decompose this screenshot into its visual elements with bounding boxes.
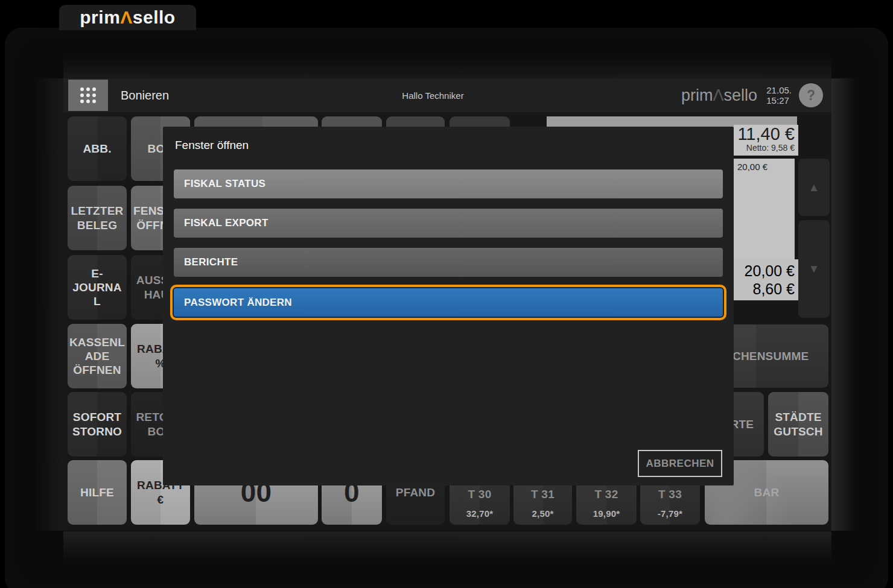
receipt-netto: Netto: 9,58 € bbox=[734, 143, 795, 153]
fenster-oeffnen-dialog: Fenster öffnen FISKAL STATUS FISKAL EXPO… bbox=[163, 127, 734, 485]
button-staedte-gutschein[interactable]: STÄDTE GUTSCH bbox=[768, 392, 828, 457]
date-label: 21.05. bbox=[766, 85, 792, 95]
table-name: T 31 bbox=[531, 487, 555, 501]
table-name: T 32 bbox=[595, 487, 618, 501]
button-letzter-beleg[interactable]: LETZTER BELEG bbox=[68, 186, 127, 250]
time-label: 15:27 bbox=[766, 95, 792, 106]
logo-mark-icon: Λ bbox=[120, 7, 133, 27]
receipt-item-list[interactable]: 20,00 € bbox=[734, 159, 795, 259]
apps-menu-button[interactable] bbox=[68, 80, 108, 111]
datetime-display: 21.05. 15:27 bbox=[766, 85, 792, 106]
logo-prim: prim bbox=[80, 7, 120, 27]
receipt-sums-box: 20,00 € 8,60 € bbox=[734, 259, 798, 300]
page-title: Bonieren bbox=[121, 78, 169, 112]
receipt-total-box: 11,40 € Netto: 9,58 € bbox=[734, 125, 798, 156]
receipt-sum-gross: 20,00 € bbox=[734, 262, 795, 280]
table-amount: 32,70* bbox=[450, 508, 510, 519]
brand-tab: primΛsello bbox=[59, 5, 196, 30]
button-e-journal[interactable]: E- JOURNA L bbox=[68, 255, 127, 320]
header-brand-logo: primΛsello bbox=[681, 78, 757, 112]
cancel-button[interactable]: ABBRECHEN bbox=[638, 450, 722, 477]
table-amount: -7,79* bbox=[640, 508, 700, 519]
logo-prim: prim bbox=[681, 86, 713, 105]
grid-dots-icon bbox=[78, 86, 98, 105]
button-hilfe[interactable]: HILFE bbox=[68, 460, 127, 525]
user-greeting: Hallo Techniker bbox=[329, 78, 537, 112]
logo-sello: sello bbox=[133, 7, 176, 27]
logo-sello: sello bbox=[723, 86, 757, 105]
question-icon: ? bbox=[807, 87, 815, 104]
scroll-up-button[interactable]: ▲ bbox=[798, 159, 830, 216]
button-kassenlade-oeffnen[interactable]: KASSENL ADE ÖFFNEN bbox=[68, 324, 127, 388]
scroll-down-button[interactable]: ▼ bbox=[798, 220, 830, 318]
receipt-total: 11,40 € bbox=[734, 125, 795, 143]
option-fiskal-status[interactable]: FISKAL STATUS bbox=[174, 169, 723, 198]
arrow-down-icon: ▼ bbox=[809, 262, 820, 276]
help-button[interactable]: ? bbox=[799, 83, 823, 107]
button-abb[interactable]: ABB. bbox=[68, 116, 127, 181]
logo-mark-icon: Λ bbox=[713, 86, 723, 105]
table-amount: 2,50* bbox=[513, 508, 572, 519]
arrow-up-icon: ▲ bbox=[809, 181, 820, 194]
button-sofort-storno[interactable]: SOFORT STORNO bbox=[68, 392, 127, 457]
receipt-sum-net: 8,60 € bbox=[734, 280, 795, 298]
table-name: T 30 bbox=[468, 487, 492, 501]
primasello-logo: primΛsello bbox=[80, 7, 175, 28]
option-berichte[interactable]: BERICHTE bbox=[174, 248, 723, 277]
dialog-title: Fenster öffnen bbox=[175, 139, 249, 152]
header-bar: Bonieren Hallo Techniker primΛsello 21.0… bbox=[63, 78, 831, 112]
table-amount: 19,90* bbox=[576, 508, 637, 519]
option-passwort-aendern[interactable]: PASSWORT ÄNDERN bbox=[174, 288, 723, 317]
option-fiskal-export[interactable]: FISKAL EXPORT bbox=[174, 209, 723, 238]
table-name: T 33 bbox=[658, 487, 682, 501]
receipt-item-price[interactable]: 20,00 € bbox=[734, 159, 795, 175]
